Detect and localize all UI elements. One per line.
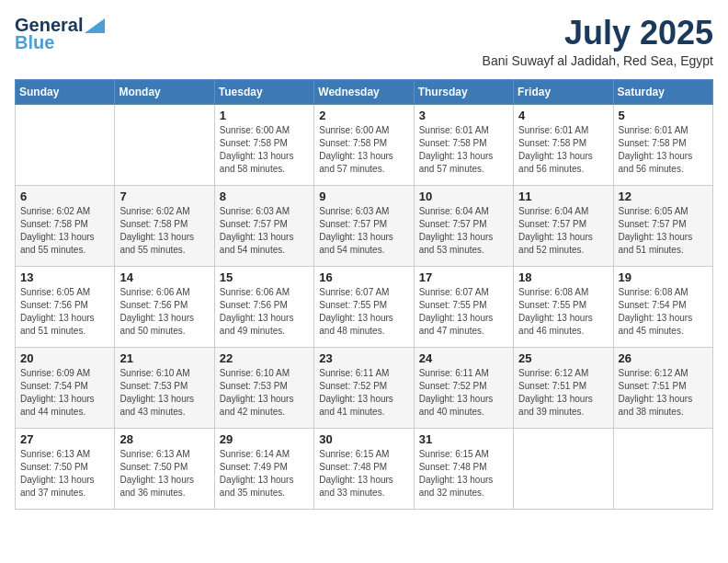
calendar-cell: 25Sunrise: 6:12 AM Sunset: 7:51 PM Dayli… [514,347,613,428]
calendar-week-5: 27Sunrise: 6:13 AM Sunset: 7:50 PM Dayli… [16,428,713,509]
day-info: Sunrise: 6:15 AM Sunset: 7:48 PM Dayligh… [319,448,408,500]
calendar-table: SundayMondayTuesdayWednesdayThursdayFrid… [15,79,713,510]
calendar-cell: 27Sunrise: 6:13 AM Sunset: 7:50 PM Dayli… [16,428,115,509]
location-text: Bani Suwayf al Jadidah, Red Sea, Egypt [483,53,713,68]
day-info: Sunrise: 6:15 AM Sunset: 7:48 PM Dayligh… [419,448,508,500]
calendar-cell: 30Sunrise: 6:15 AM Sunset: 7:48 PM Dayli… [314,428,414,509]
day-info: Sunrise: 6:02 AM Sunset: 7:58 PM Dayligh… [20,205,109,257]
weekday-header-saturday: Saturday [613,79,712,104]
day-info: Sunrise: 6:06 AM Sunset: 7:56 PM Dayligh… [220,286,309,338]
calendar-cell: 5Sunrise: 6:01 AM Sunset: 7:58 PM Daylig… [613,104,712,185]
calendar-cell: 2Sunrise: 6:00 AM Sunset: 7:58 PM Daylig… [314,104,414,185]
day-number: 31 [419,432,508,446]
logo: General Blue [15,15,105,53]
day-info: Sunrise: 6:00 AM Sunset: 7:58 PM Dayligh… [220,124,309,176]
calendar-cell [514,428,613,509]
day-number: 13 [20,270,109,284]
calendar-cell: 1Sunrise: 6:00 AM Sunset: 7:58 PM Daylig… [214,104,313,185]
weekday-header-friday: Friday [514,79,613,104]
day-number: 7 [119,190,209,203]
day-number: 30 [319,432,408,446]
calendar-cell: 20Sunrise: 6:09 AM Sunset: 7:54 PM Dayli… [16,347,115,428]
weekday-header-thursday: Thursday [414,79,513,104]
day-number: 17 [419,270,508,284]
day-number: 14 [119,270,209,284]
calendar-cell: 10Sunrise: 6:04 AM Sunset: 7:57 PM Dayli… [414,185,513,266]
calendar-cell: 6Sunrise: 6:02 AM Sunset: 7:58 PM Daylig… [16,185,115,266]
day-info: Sunrise: 6:10 AM Sunset: 7:53 PM Dayligh… [119,367,209,419]
svg-marker-0 [85,18,105,33]
day-info: Sunrise: 6:04 AM Sunset: 7:57 PM Dayligh… [419,205,508,257]
day-info: Sunrise: 6:06 AM Sunset: 7:56 PM Dayligh… [119,286,209,338]
calendar-cell: 19Sunrise: 6:08 AM Sunset: 7:54 PM Dayli… [613,266,712,347]
day-number: 25 [518,351,608,365]
day-number: 2 [319,109,408,122]
calendar-cell: 14Sunrise: 6:06 AM Sunset: 7:56 PM Dayli… [115,266,214,347]
month-title: July 2025 [483,15,713,52]
day-number: 11 [518,190,608,203]
day-number: 8 [220,190,309,203]
calendar-cell: 22Sunrise: 6:10 AM Sunset: 7:53 PM Dayli… [214,347,313,428]
calendar-cell: 26Sunrise: 6:12 AM Sunset: 7:51 PM Dayli… [613,347,712,428]
calendar-cell: 29Sunrise: 6:14 AM Sunset: 7:49 PM Dayli… [214,428,313,509]
day-number: 12 [619,190,708,203]
day-info: Sunrise: 6:03 AM Sunset: 7:57 PM Dayligh… [220,205,309,257]
day-info: Sunrise: 6:03 AM Sunset: 7:57 PM Dayligh… [319,205,408,257]
day-number: 9 [319,190,408,203]
day-info: Sunrise: 6:11 AM Sunset: 7:52 PM Dayligh… [419,367,508,419]
day-number: 3 [419,109,508,122]
day-info: Sunrise: 6:05 AM Sunset: 7:57 PM Dayligh… [619,205,708,257]
day-info: Sunrise: 6:04 AM Sunset: 7:57 PM Dayligh… [518,205,608,257]
weekday-header-sunday: Sunday [16,79,115,104]
calendar-cell: 31Sunrise: 6:15 AM Sunset: 7:48 PM Dayli… [414,428,513,509]
day-number: 5 [619,109,708,122]
day-info: Sunrise: 6:13 AM Sunset: 7:50 PM Dayligh… [119,448,209,500]
calendar-week-1: 1Sunrise: 6:00 AM Sunset: 7:58 PM Daylig… [16,104,713,185]
calendar-cell: 3Sunrise: 6:01 AM Sunset: 7:58 PM Daylig… [414,104,513,185]
calendar-cell: 17Sunrise: 6:07 AM Sunset: 7:55 PM Dayli… [414,266,513,347]
day-number: 4 [518,109,608,122]
day-info: Sunrise: 6:07 AM Sunset: 7:55 PM Dayligh… [419,286,508,338]
calendar-cell: 24Sunrise: 6:11 AM Sunset: 7:52 PM Dayli… [414,347,513,428]
day-number: 21 [119,351,209,365]
logo-blue: Blue [15,32,54,53]
weekday-header-monday: Monday [115,79,214,104]
calendar-cell: 15Sunrise: 6:06 AM Sunset: 7:56 PM Dayli… [214,266,313,347]
calendar-cell: 7Sunrise: 6:02 AM Sunset: 7:58 PM Daylig… [115,185,214,266]
calendar-cell: 4Sunrise: 6:01 AM Sunset: 7:58 PM Daylig… [514,104,613,185]
day-info: Sunrise: 6:11 AM Sunset: 7:52 PM Dayligh… [319,367,408,419]
calendar-cell: 13Sunrise: 6:05 AM Sunset: 7:56 PM Dayli… [16,266,115,347]
weekday-header-tuesday: Tuesday [214,79,313,104]
calendar-cell [613,428,712,509]
day-info: Sunrise: 6:10 AM Sunset: 7:53 PM Dayligh… [220,367,309,419]
day-info: Sunrise: 6:05 AM Sunset: 7:56 PM Dayligh… [20,286,109,338]
day-info: Sunrise: 6:08 AM Sunset: 7:55 PM Dayligh… [518,286,608,338]
calendar-week-2: 6Sunrise: 6:02 AM Sunset: 7:58 PM Daylig… [16,185,713,266]
day-info: Sunrise: 6:14 AM Sunset: 7:49 PM Dayligh… [220,448,309,500]
calendar-cell: 21Sunrise: 6:10 AM Sunset: 7:53 PM Dayli… [115,347,214,428]
calendar-cell: 8Sunrise: 6:03 AM Sunset: 7:57 PM Daylig… [214,185,313,266]
day-number: 6 [20,190,109,203]
day-info: Sunrise: 6:01 AM Sunset: 7:58 PM Dayligh… [619,124,708,176]
weekday-header-wednesday: Wednesday [314,79,414,104]
day-number: 26 [619,351,708,365]
page-header: General Blue July 2025 Bani Suwayf al Ja… [15,15,713,68]
logo-icon [85,18,105,33]
day-number: 23 [319,351,408,365]
day-info: Sunrise: 6:12 AM Sunset: 7:51 PM Dayligh… [518,367,608,419]
day-number: 27 [20,432,109,446]
day-number: 22 [220,351,309,365]
calendar-cell: 16Sunrise: 6:07 AM Sunset: 7:55 PM Dayli… [314,266,414,347]
day-info: Sunrise: 6:13 AM Sunset: 7:50 PM Dayligh… [20,448,109,500]
day-number: 20 [20,351,109,365]
calendar-cell [16,104,115,185]
calendar-cell: 9Sunrise: 6:03 AM Sunset: 7:57 PM Daylig… [314,185,414,266]
calendar-cell: 18Sunrise: 6:08 AM Sunset: 7:55 PM Dayli… [514,266,613,347]
day-number: 24 [419,351,508,365]
day-number: 15 [220,270,309,284]
day-info: Sunrise: 6:07 AM Sunset: 7:55 PM Dayligh… [319,286,408,338]
title-block: July 2025 Bani Suwayf al Jadidah, Red Se… [483,15,713,68]
day-info: Sunrise: 6:01 AM Sunset: 7:58 PM Dayligh… [419,124,508,176]
calendar-cell: 23Sunrise: 6:11 AM Sunset: 7:52 PM Dayli… [314,347,414,428]
day-number: 19 [619,270,708,284]
